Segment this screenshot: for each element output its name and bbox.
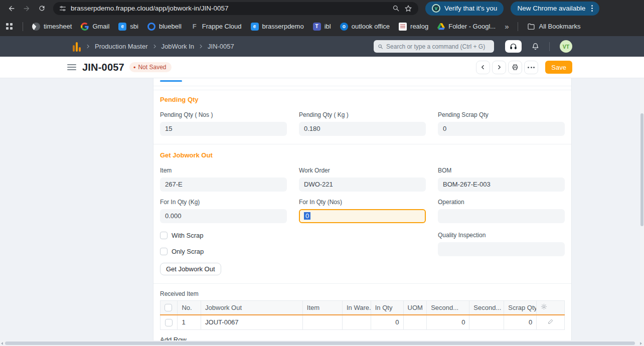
- bookmark-outlook-office[interactable]: o outlook office: [340, 23, 390, 31]
- chevron-right-icon: [152, 44, 157, 49]
- bookmark-gmail[interactable]: Gmail: [81, 23, 109, 31]
- search-input[interactable]: [386, 43, 490, 50]
- browser-menu-icon[interactable]: [591, 5, 593, 12]
- cell-in-qty[interactable]: 0: [371, 315, 403, 330]
- bookmark-timesheet[interactable]: timesheet: [32, 23, 72, 31]
- bookmarks-overflow-button[interactable]: »: [505, 22, 509, 31]
- breadcrumb-production-master[interactable]: Production Master: [95, 43, 148, 50]
- cell-item[interactable]: [302, 315, 342, 330]
- divider: [153, 90, 571, 90]
- breadcrumb: Production Master JobWork In JIN-0057: [86, 43, 234, 50]
- vertical-scrollbar[interactable]: [640, 78, 644, 340]
- gjo-empty-column: [299, 223, 426, 275]
- chevron-right-icon: [496, 64, 502, 70]
- quality-inspection-input[interactable]: [438, 242, 565, 256]
- row-checkbox[interactable]: [165, 319, 173, 326]
- bookmark-sbi[interactable]: e sbi: [118, 23, 138, 31]
- user-avatar[interactable]: VT: [560, 40, 572, 53]
- status-badge: • Not Saved: [129, 62, 172, 72]
- breadcrumb-jobwork-in[interactable]: JobWork In: [162, 43, 195, 50]
- cell-in-warehouse[interactable]: [342, 315, 371, 330]
- field-pending-qty-kg: Pending Qty ( Kg ): [299, 111, 426, 136]
- verify-chip-label: Verify that it's you: [444, 5, 497, 12]
- with-scrap-checkbox[interactable]: [160, 232, 168, 239]
- apps-grid-icon[interactable]: [6, 23, 13, 30]
- url-text[interactable]: brasserpdemo.frappe.cloud/app/jobwork-in…: [71, 5, 388, 12]
- field-for-in-qty-kg: For In Qty (Kg): [160, 199, 287, 223]
- verify-identity-chip[interactable]: v Verify that it's you: [425, 2, 504, 16]
- more-actions-button[interactable]: [524, 61, 538, 74]
- bookmark-drive-folder[interactable]: Folder - Googl...: [437, 23, 496, 30]
- zoom-level-icon[interactable]: [392, 5, 400, 12]
- all-bookmarks-button[interactable]: All Bookmarks: [527, 23, 580, 31]
- only-scrap-checkbox-row[interactable]: Only Scrap: [160, 248, 287, 255]
- site-settings-icon[interactable]: [59, 5, 66, 12]
- only-scrap-checkbox[interactable]: [160, 248, 168, 255]
- teams-favicon: T: [313, 23, 321, 31]
- cell-uom[interactable]: [403, 315, 427, 330]
- bookmark-realog[interactable]: realog: [399, 23, 428, 31]
- bookmark-frappe-cloud[interactable]: F Frappe Cloud: [191, 23, 242, 31]
- field-item: Item: [160, 167, 287, 192]
- field-quality-inspection: Quality Inspection: [438, 232, 565, 275]
- pending-qty-kg-input[interactable]: [299, 122, 426, 136]
- scroll-left-arrow-icon[interactable]: [1, 342, 3, 345]
- back-button[interactable]: [5, 2, 18, 15]
- bookmark-bluebell[interactable]: bluebell: [147, 23, 182, 31]
- save-button[interactable]: Save: [545, 61, 572, 74]
- section-divider: [153, 144, 571, 144]
- form-card: Pending Qty Pending Qty ( Nos ) Pending …: [153, 78, 572, 340]
- forward-button[interactable]: [20, 2, 33, 15]
- print-button[interactable]: [508, 61, 522, 74]
- pending-scrap-qty-input[interactable]: [438, 122, 565, 136]
- global-search[interactable]: [374, 40, 494, 53]
- app-logo-icon[interactable]: [73, 42, 81, 52]
- select-all-checkbox[interactable]: [165, 304, 172, 311]
- operation-input[interactable]: [438, 209, 565, 223]
- add-row-button[interactable]: Add Row: [160, 335, 187, 340]
- cell-jobwork-out[interactable]: JOUT-0067: [201, 315, 303, 330]
- reload-button[interactable]: [35, 2, 48, 15]
- for-in-qty-kg-input[interactable]: [160, 209, 287, 223]
- with-scrap-checkbox-row[interactable]: With Scrap: [160, 232, 287, 239]
- horizontal-scrollbar[interactable]: [0, 340, 644, 346]
- timesheet-favicon: [32, 23, 40, 31]
- app-navbar: Production Master JobWork In JIN-0057 VT: [0, 36, 644, 57]
- address-bar[interactable]: brasserpdemo.frappe.cloud/app/jobwork-in…: [53, 2, 418, 15]
- pending-qty-nos-input[interactable]: [160, 122, 287, 136]
- breadcrumb-jin-0057[interactable]: JIN-0057: [208, 43, 234, 50]
- gjo-row2: For In Qty (Kg) For In Qty (Nos) 0 Opera…: [160, 191, 565, 223]
- cell-secondary-1[interactable]: 0: [427, 315, 469, 330]
- gjo-row1: Item Work Order BOM: [160, 159, 565, 192]
- work-order-input[interactable]: [299, 178, 426, 192]
- divider: [153, 86, 571, 86]
- vertical-scrollbar-thumb[interactable]: [640, 113, 643, 226]
- grid-header-row: No. Jobwork Out Item In Ware... In Qty U…: [160, 301, 565, 315]
- row-edit-cell[interactable]: [537, 315, 565, 330]
- chrome-update-chip[interactable]: New Chrome available: [511, 2, 599, 16]
- bom-input[interactable]: [438, 178, 565, 192]
- bookmark-ibl[interactable]: T ibl: [313, 23, 331, 31]
- cell-secondary-2[interactable]: [469, 315, 504, 330]
- gmail-favicon: [81, 23, 89, 31]
- cell-scrap-qty[interactable]: 0: [504, 315, 537, 330]
- grid-settings-cell[interactable]: [537, 301, 565, 315]
- get-jobwork-out-button[interactable]: Get Jobwork Out: [160, 263, 221, 275]
- scroll-right-arrow-icon[interactable]: [640, 342, 642, 345]
- field-pending-qty-nos: Pending Qty ( Nos ): [160, 111, 287, 136]
- selected-text: 0: [304, 212, 310, 220]
- horizontal-scrollbar-thumb[interactable]: [5, 341, 635, 345]
- table-row[interactable]: 1 JOUT-0067 0 0 0: [160, 315, 565, 330]
- bookmark-brasserpdemo[interactable]: e brasserpdemo: [251, 23, 304, 31]
- prev-document-button[interactable]: [476, 61, 490, 74]
- bookmark-star-icon[interactable]: [404, 5, 412, 13]
- item-input[interactable]: [160, 178, 287, 192]
- bluebell-favicon: [147, 23, 155, 31]
- support-button[interactable]: [505, 40, 522, 53]
- next-document-button[interactable]: [492, 61, 506, 74]
- for-in-qty-nos-input[interactable]: 0: [299, 209, 426, 223]
- cell-no[interactable]: 1: [178, 315, 201, 330]
- sidebar-toggle-icon[interactable]: [67, 64, 76, 70]
- form-body: Pending Qty Pending Qty ( Nos ) Pending …: [0, 78, 644, 346]
- notifications-button[interactable]: [532, 43, 539, 50]
